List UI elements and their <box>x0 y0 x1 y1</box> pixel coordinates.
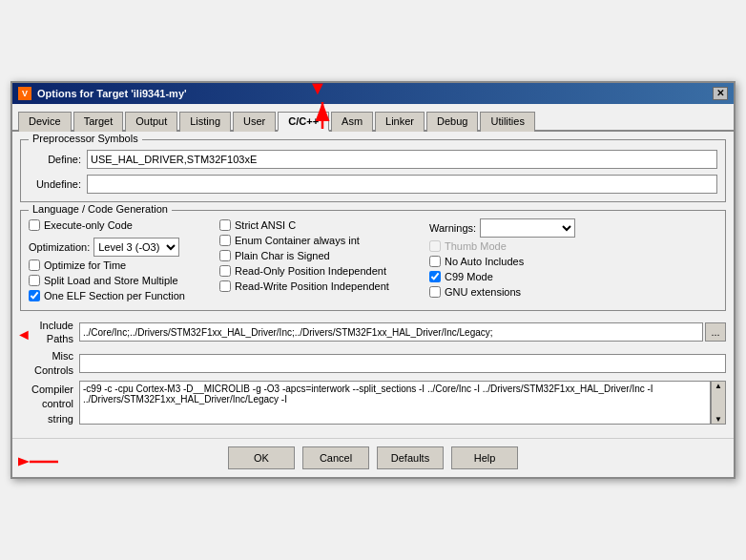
c99-mode-row: C99 Mode <box>429 270 601 283</box>
strict-ansi-label: Strict ANSI C <box>235 219 296 231</box>
include-paths-section: ◄ Include Paths ... <box>20 319 726 346</box>
scroll-up-arrow[interactable]: ▲ <box>715 382 722 390</box>
optimize-time-label: Optimize for Time <box>44 259 126 271</box>
split-load-label: Split Load and Store Multiple <box>44 275 178 286</box>
include-paths-browse-button[interactable]: ... <box>705 322 726 342</box>
tab-user[interactable]: User <box>233 112 276 132</box>
no-auto-includes-label: No Auto Includes <box>445 256 524 267</box>
define-label: Define: <box>29 154 81 165</box>
title-bar-left: V Options for Target 'ili9341-my' <box>18 87 187 100</box>
lang-col3: Warnings: Thumb Mode No Auto Includes <box>429 218 601 302</box>
plain-char-label: Plain Char is Signed <box>235 250 330 261</box>
app-icon: V <box>18 87 31 100</box>
compiler-control-textarea[interactable]: -c99 -c -cpu Cortex-M3 -D__MICROLIB -g -… <box>79 381 711 425</box>
warnings-row: Warnings: <box>429 218 601 238</box>
gnu-extensions-label: GNU extensions <box>445 286 521 298</box>
thumb-mode-checkbox[interactable] <box>429 240 441 252</box>
optimization-select[interactable]: Level 3 (-O3) <box>93 238 179 257</box>
no-auto-includes-row: No Auto Includes <box>429 255 601 268</box>
c99-mode-checkbox[interactable] <box>429 271 441 282</box>
execute-only-checkbox[interactable] <box>29 219 40 231</box>
no-auto-includes-checkbox[interactable] <box>429 256 441 267</box>
include-paths-input[interactable] <box>79 322 703 342</box>
optimization-row: Optimization: Level 3 (-O3) <box>29 238 219 257</box>
language-group-title: Language / Code Generation <box>29 203 172 215</box>
optimize-time-checkbox[interactable] <box>29 259 40 271</box>
plain-char-row: Plain Char is Signed <box>219 249 429 262</box>
warnings-select[interactable] <box>480 218 575 238</box>
undefine-row: Undefine: <box>29 175 717 194</box>
read-write-pos-checkbox[interactable] <box>219 280 231 292</box>
include-paths-row: Include Paths ... <box>20 319 726 346</box>
main-content: Preprocessor Symbols Define: Undefine: L… <box>12 132 734 438</box>
read-only-pos-checkbox[interactable] <box>219 265 231 277</box>
one-elf-row: One ELF Section per Function <box>29 289 219 302</box>
lang-col2: Strict ANSI C Enum Container always int … <box>219 218 429 302</box>
split-load-row: Split Load and Store Multiple <box>29 274 219 287</box>
misc-controls-label: Misc Controls <box>20 349 79 377</box>
enum-container-row: Enum Container always int <box>219 234 429 247</box>
one-elf-label: One ELF Section per Function <box>44 290 185 301</box>
read-write-pos-label: Read-Write Position Independent <box>235 280 389 292</box>
compiler-scrollbar[interactable]: ▲ ▼ <box>711 381 726 425</box>
misc-controls-input[interactable] <box>79 354 726 373</box>
tab-target[interactable]: Target <box>73 112 124 132</box>
thumb-mode-row: Thumb Mode <box>429 239 601 253</box>
define-input[interactable] <box>87 150 717 169</box>
optimization-label: Optimization: <box>29 241 90 253</box>
misc-controls-row: Misc Controls <box>20 349 726 377</box>
lang-col1: Execute-only Code Optimization: Level 3 … <box>29 218 219 302</box>
tab-bar: Device Target Output Listing User C/C++ … <box>12 104 734 132</box>
preprocessor-group-title: Preprocessor Symbols <box>29 133 142 144</box>
plain-char-checkbox[interactable] <box>219 250 231 261</box>
language-group: Language / Code Generation Execute-only … <box>20 210 726 311</box>
strict-ansi-checkbox[interactable] <box>219 219 231 231</box>
split-load-checkbox[interactable] <box>29 275 40 286</box>
tab-cpp[interactable]: C/C++ <box>278 112 329 132</box>
preprocessor-group: Preprocessor Symbols Define: Undefine: <box>20 139 726 202</box>
define-row: Define: <box>29 150 717 169</box>
dialog-title: Options for Target 'ili9341-my' <box>37 88 187 99</box>
one-elf-checkbox[interactable] <box>29 290 40 301</box>
undefine-input[interactable] <box>87 175 717 194</box>
read-only-pos-label: Read-Only Position Independent <box>235 265 386 277</box>
title-bar: V Options for Target 'ili9341-my' ✕ <box>12 83 734 104</box>
enum-container-checkbox[interactable] <box>219 235 231 246</box>
execute-only-row: Execute-only Code <box>29 218 219 232</box>
tab-output[interactable]: Output <box>125 112 177 132</box>
help-button[interactable]: Help <box>451 446 518 469</box>
read-write-pos-row: Read-Write Position Independent <box>219 280 429 293</box>
enum-container-label: Enum Container always int <box>235 235 360 246</box>
cancel-button[interactable]: Cancel <box>302 446 369 469</box>
execute-only-label: Execute-only Code <box>44 219 133 231</box>
main-dialog: V Options for Target 'ili9341-my' ✕ Devi… <box>10 81 736 479</box>
compiler-control-row: Compiler control string -c99 -c -cpu Cor… <box>20 381 726 426</box>
tab-utilities[interactable]: Utilities <box>480 112 534 132</box>
gnu-extensions-row: GNU extensions <box>429 285 601 299</box>
optimize-time-row: Optimize for Time <box>29 259 219 272</box>
tab-debug[interactable]: Debug <box>426 112 478 132</box>
warnings-label: Warnings: <box>429 222 476 234</box>
tab-device[interactable]: Device <box>18 112 72 132</box>
compiler-control-label: Compiler control string <box>20 381 79 426</box>
defaults-button[interactable]: Defaults <box>377 446 444 469</box>
ok-button[interactable]: OK <box>228 446 295 469</box>
thumb-mode-label: Thumb Mode <box>445 240 507 252</box>
undefine-label: Undefine: <box>29 178 81 190</box>
tab-linker[interactable]: Linker <box>375 112 425 132</box>
include-paths-label: Include Paths <box>20 319 79 346</box>
tab-listing[interactable]: Listing <box>179 112 231 132</box>
gnu-extensions-checkbox[interactable] <box>429 286 441 298</box>
strict-ansi-row: Strict ANSI C <box>219 218 429 232</box>
scroll-down-arrow[interactable]: ▼ <box>715 415 722 424</box>
c99-mode-label: C99 Mode <box>445 271 493 282</box>
close-button[interactable]: ✕ <box>713 87 728 100</box>
tab-asm[interactable]: Asm <box>331 112 373 132</box>
bottom-buttons: OK Cancel Defaults Help <box>12 438 734 477</box>
read-only-pos-row: Read-Only Position Independent <box>219 264 429 278</box>
